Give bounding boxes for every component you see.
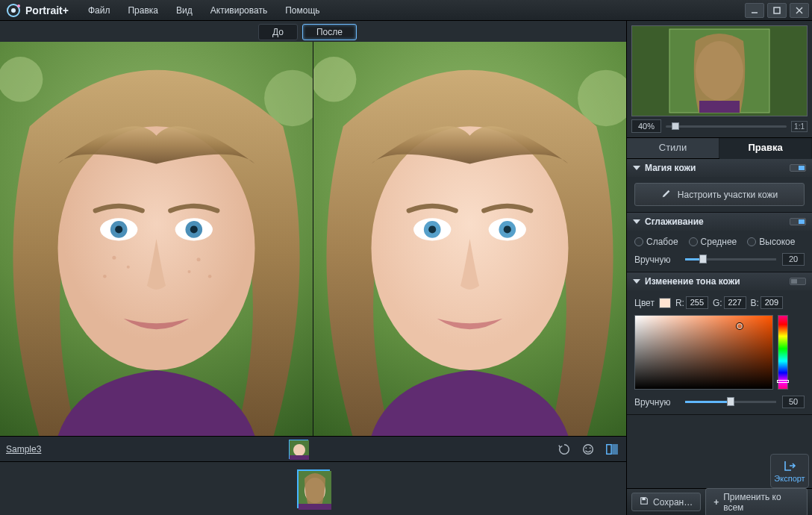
film-thumbnail[interactable] (297, 469, 330, 508)
panel-smoothing-title: Сглаживание (645, 216, 704, 227)
color-readout-row: Цвет R: G: B: (634, 296, 805, 309)
panel-skin-tone: Изменение тона кожи Цвет R: G: B: Вручну… (627, 272, 812, 415)
panel-skin-magic: Магия кожи Настроить участки кожи (627, 159, 812, 213)
g-input[interactable] (724, 296, 746, 309)
svg-point-38 (585, 447, 587, 449)
save-label: Сохран… (653, 497, 693, 508)
svg-rect-49 (642, 498, 645, 500)
view-tab-row: До После (0, 21, 626, 42)
side-tab-edit[interactable]: Правка (719, 138, 812, 159)
panel-skin-tone-header[interactable]: Изменение тона кожи (627, 272, 812, 290)
panel-smoothing-header[interactable]: Сглаживание (627, 213, 812, 231)
panel-skin-magic-toggle[interactable] (790, 164, 806, 172)
export-icon (783, 459, 796, 472)
zoom-percent[interactable]: 40% (631, 119, 661, 133)
smoothing-slider[interactable] (685, 258, 776, 260)
skin-tone-value[interactable]: 50 (782, 396, 805, 408)
r-label: R: (675, 298, 684, 308)
minimize-button[interactable] (745, 3, 764, 18)
before-pane[interactable] (0, 42, 313, 436)
panel-skin-magic-title: Магия кожи (645, 163, 696, 173)
skin-tone-manual-row: Вручную 50 (634, 396, 805, 408)
svg-point-1 (11, 8, 16, 13)
brush-icon (661, 188, 672, 201)
svg-point-37 (584, 444, 593, 454)
side-tabs: Стили Правка (627, 138, 812, 159)
image-strip: Sample3 (0, 436, 626, 461)
b-input[interactable] (761, 296, 783, 309)
tab-after[interactable]: После (302, 24, 357, 40)
export-label: Экспорт (774, 474, 805, 483)
svg-point-12 (127, 266, 130, 269)
hue-bar[interactable] (778, 315, 788, 390)
rotate-icon[interactable] (556, 441, 572, 458)
color-picker (634, 315, 805, 390)
svg-point-35 (293, 444, 305, 456)
configure-skin-button[interactable]: Настроить участки кожи (634, 183, 805, 206)
after-pane[interactable] (313, 42, 626, 436)
menu-file[interactable]: Файл (79, 0, 119, 21)
svg-point-16 (208, 275, 212, 278)
svg-point-39 (590, 447, 591, 449)
apply-all-button[interactable]: + Применить ко всем (705, 488, 808, 516)
panel-skin-tone-toggle[interactable] (790, 278, 806, 285)
menu-activate[interactable]: Активировать (202, 0, 276, 21)
svg-point-30 (428, 225, 436, 233)
svg-rect-36 (290, 455, 309, 460)
smoothing-manual-row: Вручную 20 (634, 253, 805, 266)
svg-rect-41 (613, 444, 617, 454)
menu-view[interactable]: Вид (167, 0, 202, 21)
g-label: G: (713, 298, 722, 308)
preview-panel: 40% 1:1 (627, 21, 812, 138)
preview-thumbnail[interactable] (631, 25, 808, 116)
chevron-down-icon (633, 279, 640, 284)
zoom-slider[interactable] (666, 125, 787, 128)
face-icon[interactable] (580, 441, 596, 458)
smoothing-medium[interactable]: Среднее (689, 237, 737, 247)
panel-skin-magic-header[interactable]: Магия кожи (627, 159, 812, 177)
plus-icon: + (713, 497, 719, 508)
save-icon (640, 496, 649, 508)
panel-skin-tone-title: Изменение тона кожи (645, 276, 740, 287)
smoothing-manual-label: Вручную (634, 255, 679, 265)
saturation-value-box[interactable] (634, 315, 773, 390)
smoothing-value[interactable]: 20 (782, 253, 805, 266)
smoothing-strong[interactable]: Высокое (747, 237, 795, 247)
app-logo-icon (6, 3, 21, 18)
maximize-button[interactable] (767, 3, 787, 18)
svg-point-33 (504, 225, 511, 233)
color-swatch[interactable] (659, 298, 671, 308)
svg-point-13 (103, 275, 107, 278)
panel-smoothing: Сглаживание Слабое Среднее Высокое Вручн… (627, 213, 812, 272)
close-button[interactable] (790, 3, 809, 18)
side-tab-styles[interactable]: Стили (627, 138, 719, 158)
panel-smoothing-toggle[interactable] (790, 218, 806, 225)
r-input[interactable] (686, 296, 708, 309)
smoothing-radio-row: Слабое Среднее Высокое (634, 237, 805, 247)
svg-point-14 (197, 258, 201, 261)
sidebar: 40% 1:1 Стили Правка Магия кожи Настроит… (627, 21, 812, 515)
svg-point-2 (17, 4, 20, 7)
center-column: До После (0, 21, 627, 515)
zoom-1to1[interactable]: 1:1 (791, 121, 808, 132)
compare-view (0, 42, 626, 436)
skin-tone-manual-label: Вручную (634, 397, 679, 408)
svg-rect-40 (607, 444, 611, 454)
compare-icon[interactable] (604, 441, 620, 458)
menu-help[interactable]: Помощь (276, 0, 328, 21)
titlebar: Portrait+ Файл Правка Вид Активировать П… (0, 0, 812, 21)
apply-all-label: Применить ко всем (723, 492, 799, 513)
current-filename[interactable]: Sample3 (6, 444, 41, 455)
b-label: B: (751, 298, 759, 308)
export-button[interactable]: Экспорт (770, 454, 809, 488)
skin-tone-slider[interactable] (685, 401, 776, 403)
save-button[interactable]: Сохран… (631, 493, 701, 511)
smoothing-weak[interactable]: Слабое (634, 237, 678, 247)
tab-before[interactable]: До (258, 24, 298, 40)
svg-rect-4 (774, 7, 780, 13)
strip-thumbnail[interactable] (289, 440, 308, 459)
svg-rect-48 (699, 101, 740, 113)
menu-edit[interactable]: Правка (119, 0, 167, 21)
svg-point-23 (190, 225, 198, 233)
chevron-down-icon (633, 219, 640, 224)
